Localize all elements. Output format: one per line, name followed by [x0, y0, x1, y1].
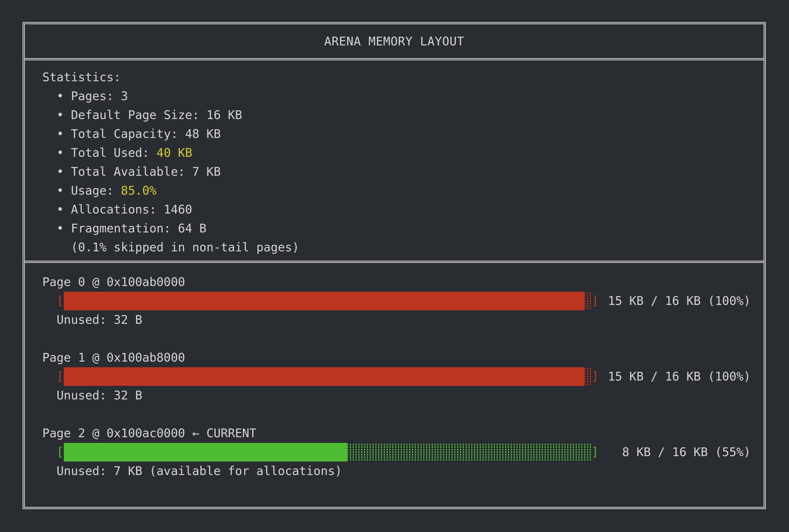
- page-unused-text: Unused: 32 B: [42, 310, 751, 329]
- bar-free-hatch: [584, 367, 591, 386]
- stat-value-highlighted: 85.0%: [121, 184, 156, 197]
- page-block-1: Page 1 @ 0x100ab8000 [ ] 15 KB / 16 KB (…: [42, 348, 751, 405]
- bar-usage-text: 8 KB / 16 KB (55%): [599, 442, 751, 461]
- page-block-0: Page 0 @ 0x100ab0000 [ ] 15 KB / 16 KB (…: [42, 272, 751, 329]
- stat-label: Usage:: [71, 184, 114, 197]
- bullet-icon: •: [57, 222, 64, 235]
- bar-open-bracket: [: [57, 367, 64, 386]
- bar-usage-text: 15 KB / 16 KB (100%): [599, 291, 751, 310]
- stat-item-total-available: • Total Available: 7 KB: [42, 162, 750, 181]
- stat-label: Total Used:: [71, 146, 149, 160]
- stat-value: 7 KB: [192, 165, 221, 178]
- title-bar: ARENA MEMORY LAYOUT: [25, 24, 764, 60]
- stat-item-pages: • Pages: 3: [42, 87, 750, 106]
- page-unused-text: Unused: 7 KB (available for allocations): [42, 461, 751, 480]
- bar-close-bracket: ]: [591, 367, 599, 386]
- bar-free-hatch: [584, 292, 591, 310]
- statistics-heading: Statistics:: [42, 68, 750, 87]
- memory-bar: [64, 367, 591, 386]
- statistics-panel: Statistics: • Pages: 3 • Default Page Si…: [25, 60, 764, 263]
- stat-item-total-used: • Total Used: 40 KB: [42, 143, 750, 162]
- stat-value: 3: [121, 89, 128, 103]
- memory-bar-row: [ ] 15 KB / 16 KB (100%): [42, 291, 751, 310]
- stat-value: 48 KB: [185, 127, 221, 141]
- stat-value-highlighted: 40 KB: [157, 146, 192, 160]
- stat-value: 16 KB: [207, 108, 242, 122]
- stat-value: 64 B: [178, 222, 206, 235]
- stat-item-usage: • Usage: 85.0%: [42, 181, 750, 200]
- memory-bar-row: [ ] 8 KB / 16 KB (55%): [42, 442, 751, 461]
- stat-label: Fragmentation:: [71, 222, 171, 235]
- stat-item-allocations: • Allocations: 1460: [42, 200, 750, 219]
- stat-label: Total Available:: [71, 165, 185, 178]
- page-block-2-current: Page 2 @ 0x100ac0000 ← CURRENT [ ] 8 KB …: [42, 424, 751, 480]
- page-header: Page 2 @ 0x100ac0000 ← CURRENT: [42, 424, 751, 442]
- bullet-icon: •: [57, 165, 64, 178]
- stat-label: Total Capacity:: [71, 127, 178, 141]
- stat-label: Default Page Size:: [71, 108, 199, 122]
- stat-item-default-page-size: • Default Page Size: 16 KB: [42, 106, 750, 125]
- page-header: Page 1 @ 0x100ab8000: [42, 348, 751, 367]
- page-header: Page 0 @ 0x100ab0000: [42, 272, 751, 291]
- page-unused-text: Unused: 32 B: [42, 386, 751, 405]
- memory-bar-row: [ ] 15 KB / 16 KB (100%): [42, 367, 751, 386]
- stat-item-total-capacity: • Total Capacity: 48 KB: [42, 125, 750, 143]
- memory-bar: [64, 292, 591, 310]
- bullet-icon: •: [57, 108, 64, 122]
- bullet-icon: •: [57, 184, 64, 197]
- bullet-icon: •: [57, 127, 64, 141]
- bar-free-hatch: [347, 443, 591, 461]
- memory-bar: [64, 443, 591, 461]
- bar-used-fill: [64, 443, 347, 461]
- stat-label: Allocations:: [71, 203, 156, 216]
- bullet-icon: •: [57, 203, 64, 216]
- terminal-screen: { "title": "ARENA MEMORY LAYOUT", "glyph…: [0, 0, 789, 532]
- bar-used-fill: [64, 292, 584, 310]
- bullet-icon: •: [57, 146, 64, 160]
- stat-label: Pages:: [71, 89, 114, 103]
- bar-usage-text: 15 KB / 16 KB (100%): [599, 367, 751, 386]
- pages-panel: Page 0 @ 0x100ab0000 [ ] 15 KB / 16 KB (…: [25, 263, 764, 507]
- bar-open-bracket: [: [57, 291, 64, 310]
- stat-item-fragmentation: • Fragmentation: 64 B: [42, 219, 750, 238]
- bar-used-fill: [64, 367, 584, 386]
- page-title: ARENA MEMORY LAYOUT: [324, 34, 464, 48]
- bar-open-bracket: [: [57, 442, 64, 461]
- arena-memory-window: ARENA MEMORY LAYOUT Statistics: • Pages:…: [23, 22, 766, 509]
- bar-close-bracket: ]: [591, 291, 599, 310]
- stat-value: 1460: [164, 203, 192, 216]
- bullet-icon: •: [57, 89, 64, 103]
- fragmentation-note: (0.1% skipped in non-tail pages): [42, 238, 750, 257]
- bar-close-bracket: ]: [591, 442, 599, 461]
